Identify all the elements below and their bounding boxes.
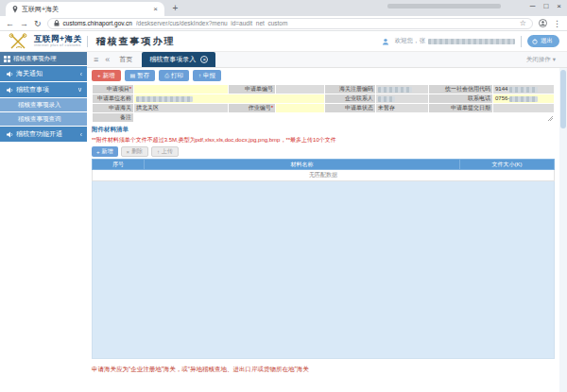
application-form: 申请项目* 申请单编号 海关注册编码 统一社会信用代码 9144 申请单位名称 … [92, 84, 555, 123]
add-button[interactable]: + 新增 [92, 70, 121, 81]
apply-item-input[interactable] [134, 85, 229, 94]
chevron-collapsed-icon: ‹ [80, 71, 82, 77]
profile-avatar-icon[interactable] [539, 19, 547, 27]
tab-close-icon[interactable]: × [153, 6, 158, 13]
grid-icon [4, 56, 10, 62]
attachment-title: 附件材料清单 [92, 126, 555, 134]
contact-field [376, 94, 429, 104]
tab-audit-entry-active[interactable]: 稽核查事项录入 × [142, 52, 215, 67]
redacted-username [428, 39, 515, 44]
reload-icon[interactable]: ↻ [34, 19, 42, 28]
url-path: /deskserver/cus/deskIndex?menu_id=audit_… [136, 20, 516, 26]
header-divider-2 [521, 36, 522, 47]
browser-tabbar: 互联网+海关 × + ─ □ × [0, 0, 567, 16]
sidebar-item-customs-notice[interactable]: 海关通知 ‹ [0, 66, 87, 81]
content-scrollbar[interactable] [559, 68, 567, 392]
label-apply-no: 申请单编号 [229, 85, 276, 94]
page-title: 稽核查事项办理 [95, 35, 175, 48]
url-host: customs.chinaport.gov.cn [63, 20, 132, 26]
inner-tabstrip: ≡ « 首页 稽核查事项录入 × 关闭操作 ▾ [87, 52, 567, 68]
maximize-button[interactable]: □ [543, 2, 548, 11]
attachment-table: 序号 材料名称 文件大小(K) 无匹配数据 [92, 159, 555, 181]
form-toolbar: + 新增 ▤ 暂存 ⎙ 打印 ↑ 申报 [87, 68, 567, 83]
attachment-add-button[interactable]: + 新增 [92, 146, 118, 157]
sidebar: 稽核查事项办理 海关通知 ‹ 稽核查事项 ∨ 稽核查事项录入 稽核查事项查询 [0, 52, 87, 392]
label-credit-code: 统一社会信用代码 [429, 85, 493, 94]
delete-icon: × [127, 149, 130, 155]
column-header-no: 序号 [93, 160, 145, 170]
reg-code-field [376, 85, 429, 94]
hamburger-icon[interactable]: ≡ [94, 55, 98, 64]
attachment-note: **附件材料须单个文件不超过3.5M,类型为pdf,xlsx,xls,doc,d… [92, 136, 555, 145]
credit-code-field: 9144 [493, 85, 555, 94]
site-header: 互联网+海关 internet plus of customs 稽核查事项办理 … [0, 31, 567, 52]
content-area: ≡ « 首页 稽核查事项录入 × 关闭操作 ▾ + 新增 ▤ [87, 52, 567, 392]
window-close-button[interactable]: × [557, 2, 561, 11]
browser-tab[interactable]: 互联网+海关 × [6, 2, 164, 16]
browser-window: 互联网+海关 × + ─ □ × ← → ↻ customs.chinaport… [0, 0, 567, 392]
caret-down-icon: ▾ [553, 56, 556, 63]
tab-home[interactable]: 首页 [116, 55, 135, 64]
save-icon: ▤ [130, 73, 136, 79]
remark-textarea[interactable] [134, 113, 555, 123]
address-bar[interactable]: customs.chinaport.gov.cn /deskserver/cus… [47, 18, 533, 29]
resize-handle-icon[interactable] [547, 115, 553, 121]
submit-date-field [493, 104, 555, 113]
megaphone-icon [7, 87, 13, 94]
save-draft-button[interactable]: ▤ 暂存 [125, 70, 156, 81]
tab-scroll-left-icon[interactable]: « [105, 55, 110, 64]
label-submit-date: 申请单提交日期 [429, 104, 493, 113]
declare-button[interactable]: ↑ 申报 [193, 70, 221, 81]
label-company-name: 申请单位名称 [93, 94, 134, 104]
attachment-section: 附件材料清单 **附件材料须单个文件不超过3.5M,类型为pdf,xlsx,xl… [92, 126, 555, 359]
column-header-size: 文件大小(K) [460, 160, 555, 170]
print-button[interactable]: ⎙ 打印 [159, 70, 189, 81]
upload-arrow-icon: ↑ [157, 149, 160, 155]
attachment-panel-body [92, 181, 555, 359]
brand-subtitle: internet plus of customs [34, 43, 81, 47]
sidebar-title: 稽核查事项办理 [0, 52, 87, 65]
print-icon: ⎙ [164, 73, 169, 79]
company-name-input[interactable] [134, 94, 325, 104]
label-apply-customs: 申请海关 [93, 104, 134, 113]
chevron-collapsed-icon: ‹ [80, 131, 82, 138]
power-icon [532, 39, 538, 44]
job-no-input[interactable] [276, 104, 325, 113]
label-remark: 备注 [93, 113, 134, 123]
empty-data-row: 无匹配数据 [93, 170, 555, 181]
status-field: 未暂存 [376, 104, 429, 113]
apply-customs-field: 拱北关区 [134, 104, 229, 113]
brand-title: 互联网+海关 [34, 35, 81, 43]
sidebar-item-audit-entry[interactable]: 稽核查事项录入 [0, 98, 87, 111]
back-icon[interactable]: ← [6, 19, 14, 28]
forward-icon[interactable]: → [20, 19, 28, 28]
apply-no-field [276, 85, 325, 94]
header-divider [87, 36, 88, 47]
bookmark-star-icon[interactable]: ☆ [520, 19, 526, 27]
attachment-upload-button[interactable]: ↑ 上传 [151, 146, 179, 157]
new-tab-button[interactable]: + [169, 3, 181, 15]
logout-button[interactable]: 退出 [527, 35, 559, 47]
footer-warning-text: 申请海关应为“企业注册地”海关，或“异地稽核查地、进出口岸或货物所在地”海关 [92, 366, 567, 374]
label-status: 申请单状态 [325, 104, 376, 113]
browser-menu-icon[interactable]: ⋮ [553, 19, 561, 28]
scrollbar-thumb[interactable] [560, 70, 566, 128]
close-operations-dropdown[interactable]: 关闭操作 ▾ [526, 56, 556, 64]
sidebar-item-audit-query[interactable]: 稽核查事项查询 [0, 112, 87, 126]
welcome-text: 欢迎您，张 [395, 37, 516, 45]
label-phone: 联系电话 [429, 94, 493, 104]
label-job-no: 作业编号* [229, 104, 276, 113]
plus-icon: + [97, 73, 101, 79]
minimize-button[interactable]: ─ [530, 2, 536, 11]
tab-close-icon[interactable]: × [200, 56, 208, 63]
upload-arrow-icon: ↑ [198, 73, 201, 79]
plus-icon: + [96, 149, 100, 155]
attachment-delete-button[interactable]: × 删除 [121, 146, 149, 157]
sidebar-item-audit-matters[interactable]: 稽核查事项 ∨ [0, 82, 87, 97]
label-contact: 企业联系人 [325, 94, 376, 104]
browser-urlbar: ← → ↻ customs.chinaport.gov.cn /deskserv… [0, 16, 567, 31]
sidebar-item-audit-activation[interactable]: 稽核查功能开通 ‹ [0, 127, 87, 142]
browser-tab-title: 互联网+海关 [22, 5, 149, 14]
megaphone-icon [7, 131, 13, 138]
phone-input[interactable]: 0756- [493, 94, 555, 104]
